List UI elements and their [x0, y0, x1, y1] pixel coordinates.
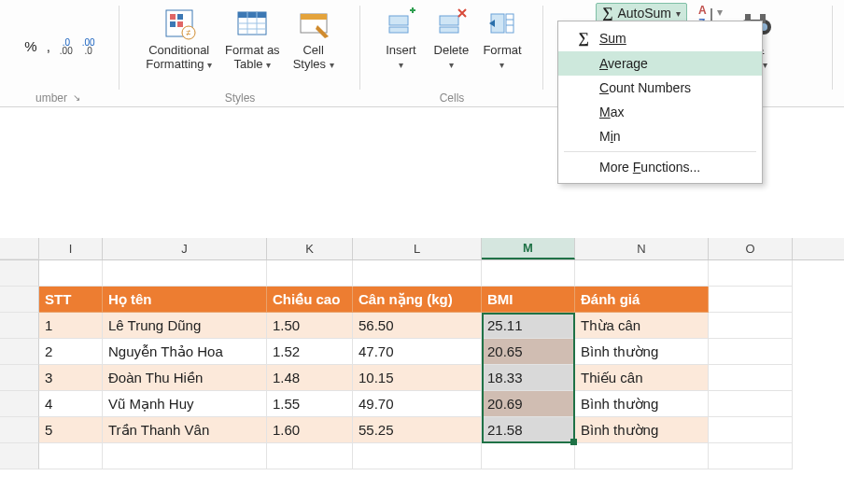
cell[interactable] — [39, 260, 103, 287]
sigma-icon: ∑ — [602, 5, 612, 21]
th-chieucao[interactable]: Chiều cao — [267, 287, 353, 313]
cell-cannang[interactable]: 10.15 — [353, 365, 482, 391]
format-as-table-button[interactable]: Format as Table ▾ — [221, 3, 284, 74]
table-header-row: STT Họ tên Chiều cao Cân nặng (kg) BMI Đ… — [0, 287, 844, 313]
cell-chieucao[interactable]: 1.48 — [267, 365, 353, 391]
cell[interactable] — [39, 443, 103, 469]
cell-stt[interactable]: 4 — [39, 391, 103, 417]
col-header-K[interactable]: K — [267, 238, 353, 259]
row-header[interactable] — [0, 313, 39, 339]
th-bmi[interactable]: BMI — [482, 287, 575, 313]
cell[interactable] — [103, 260, 267, 287]
cell[interactable] — [267, 443, 353, 469]
menu-more-functions[interactable]: More Functions... — [558, 155, 762, 179]
cell-cannang[interactable]: 56.50 — [353, 313, 482, 339]
th-danhgia[interactable]: Đánh giá — [575, 287, 709, 313]
row-header[interactable] — [0, 391, 39, 417]
cell-danhgia[interactable]: Thiếu cân — [575, 365, 709, 391]
cell-cannang[interactable]: 49.70 — [353, 391, 482, 417]
row-header[interactable] — [0, 287, 39, 313]
format-icon — [484, 5, 521, 42]
cell[interactable] — [709, 313, 793, 339]
cell-bmi[interactable]: 25.11 — [482, 313, 575, 339]
cell-stt[interactable]: 3 — [39, 365, 103, 391]
cell[interactable] — [575, 443, 709, 469]
cell[interactable] — [482, 260, 575, 287]
cell-hoten[interactable]: Đoàn Thu Hiền — [103, 365, 267, 391]
cell-danhgia[interactable]: Bình thường — [575, 391, 709, 417]
cell[interactable] — [709, 339, 793, 365]
cell[interactable] — [482, 443, 575, 469]
cell[interactable] — [709, 443, 793, 469]
menu-count-numbers[interactable]: Count Numbers — [558, 76, 762, 100]
svg-rect-17 — [389, 27, 408, 33]
cell-chieucao[interactable]: 1.50 — [267, 313, 353, 339]
cell-hoten[interactable]: Vũ Mạnh Huy — [103, 391, 267, 417]
menu-max[interactable]: Max — [558, 100, 762, 124]
col-header-J[interactable]: J — [103, 238, 267, 259]
grid-row — [0, 260, 844, 287]
cell[interactable] — [709, 287, 793, 313]
th-hoten[interactable]: Họ tên — [103, 287, 267, 313]
cell-chieucao[interactable]: 1.52 — [267, 339, 353, 365]
insert-button[interactable]: Insert▾ — [378, 3, 423, 74]
cell-chieucao[interactable]: 1.55 — [267, 391, 353, 417]
percent-button[interactable]: % — [24, 38, 36, 54]
cell-bmi[interactable]: 20.69 — [482, 391, 575, 417]
col-header-I[interactable]: I — [39, 238, 103, 259]
cell[interactable] — [103, 443, 267, 469]
cell-hoten[interactable]: Lê Trung Dũng — [103, 313, 267, 339]
row-header[interactable] — [0, 443, 39, 469]
cell-bmi[interactable]: 20.65 — [482, 339, 575, 365]
comma-button[interactable]: , — [47, 38, 50, 54]
cell[interactable] — [709, 417, 793, 443]
col-header-L[interactable]: L — [353, 238, 482, 259]
cell-styles-button[interactable]: Cell Styles ▾ — [289, 3, 338, 74]
conditional-formatting-button[interactable]: ≠ Conditional Formatting ▾ — [142, 3, 216, 74]
cell[interactable] — [575, 260, 709, 287]
menu-average[interactable]: Average — [558, 51, 762, 76]
cell[interactable] — [709, 260, 793, 287]
cell-danhgia[interactable]: Bình thường — [575, 417, 709, 443]
row-header[interactable] — [0, 365, 39, 391]
cell-bmi[interactable]: 18.33 — [482, 365, 575, 391]
cell-danhgia[interactable]: Thừa cân — [575, 313, 709, 339]
format-button[interactable]: Format▾ — [479, 3, 525, 74]
cell-stt[interactable]: 5 — [39, 417, 103, 443]
cell[interactable] — [353, 443, 482, 469]
col-header-O[interactable]: O — [709, 238, 793, 259]
cell-cannang[interactable]: 55.25 — [353, 417, 482, 443]
increase-decimal-button[interactable]: .0 .00 — [60, 38, 73, 55]
cell-chieucao[interactable]: 1.60 — [267, 417, 353, 443]
cell-bmi[interactable]: 21.58 — [482, 417, 575, 443]
th-cannang[interactable]: Cân nặng (kg) — [353, 287, 482, 313]
th-stt[interactable]: STT — [39, 287, 103, 313]
cell[interactable] — [267, 260, 353, 287]
row-header[interactable] — [0, 260, 39, 287]
cell-hoten[interactable]: Trần Thanh Vân — [103, 417, 267, 443]
table-row: 5 Trần Thanh Vân 1.60 55.25 21.58 Bình t… — [0, 417, 844, 443]
cell[interactable] — [353, 260, 482, 287]
row-header[interactable] — [0, 339, 39, 365]
cell-stt[interactable]: 2 — [39, 339, 103, 365]
cell-danhgia[interactable]: Bình thường — [575, 339, 709, 365]
cell[interactable] — [709, 391, 793, 417]
col-header-N[interactable]: N — [575, 238, 709, 259]
column-headers: I J K L M N O — [0, 238, 844, 260]
svg-rect-16 — [389, 16, 408, 25]
cell-hoten[interactable]: Nguyễn Thảo Hoa — [103, 339, 267, 365]
row-header[interactable] — [0, 417, 39, 443]
col-header-M[interactable]: M — [482, 238, 575, 259]
menu-min[interactable]: Min — [558, 124, 762, 148]
cell[interactable] — [709, 365, 793, 391]
delete-button[interactable]: Delete▾ — [429, 3, 473, 74]
cell-stt[interactable]: 1 — [39, 313, 103, 339]
cell-cannang[interactable]: 47.70 — [353, 339, 482, 365]
number-launcher-icon[interactable]: ↘ — [73, 92, 84, 104]
select-all-corner[interactable] — [0, 238, 39, 259]
menu-sum[interactable]: ∑ Sum — [558, 25, 762, 51]
group-number-label: umber — [35, 91, 67, 105]
table-row: 4 Vũ Mạnh Huy 1.55 49.70 20.69 Bình thườ… — [0, 391, 844, 417]
group-number: % , .0 .00 .00 .0 umber ↘ — [0, 0, 120, 106]
decrease-decimal-button[interactable]: .00 .0 — [82, 38, 95, 55]
